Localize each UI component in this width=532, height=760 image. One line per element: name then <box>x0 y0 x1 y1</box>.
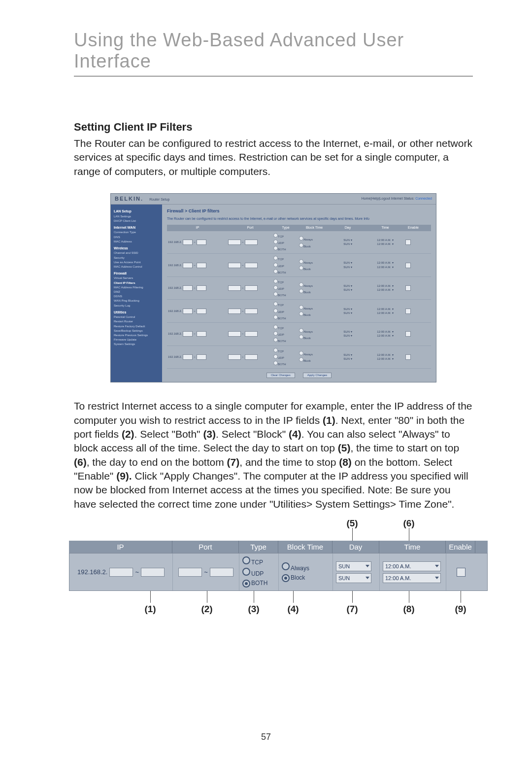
filter-rule-row: 192.168.2. ~ ~ TCPUDPBOTHAlwaysBlockSUN … <box>167 231 431 254</box>
time-cell: 12:00 A.M. 12:00 A.M. <box>380 553 446 590</box>
sidebar-item[interactable]: Security Log <box>114 304 159 308</box>
type-cell: TCP UDP BOTH <box>239 553 279 590</box>
sidebar-item[interactable]: Use as Access Point <box>114 261 159 264</box>
callout-3: (3) <box>248 604 259 615</box>
ip-cell: 192.168.2. ~ <box>69 553 173 590</box>
sidebar-item[interactable]: Client IP Filters <box>114 281 159 285</box>
day-cell: SUN SUN <box>333 553 380 590</box>
sidebar-item[interactable]: LAN Settings <box>114 215 159 218</box>
sidebar-item[interactable]: Firmware Update <box>114 338 159 342</box>
sidebar-heading: Firewall <box>114 272 159 276</box>
instruction-paragraph: To restrict Internet access to a single … <box>74 399 473 511</box>
panel-title: Firewall > Client IP filters <box>167 208 431 214</box>
callout-7: (7) <box>346 604 358 615</box>
section-heading: Setting Client IP Filters <box>74 121 473 134</box>
sidebar-item[interactable]: DDNS <box>114 295 159 298</box>
sidebar-item[interactable]: Restart Router <box>114 320 159 323</box>
sidebar-item[interactable]: Restore Previous Settings <box>114 334 159 337</box>
filter-rule-row: 192.168.2. ~ ~ TCPUDPBOTHAlwaysBlockSUN … <box>167 300 431 323</box>
port-end-input[interactable] <box>210 568 233 577</box>
blocktime-cell: Always Block <box>279 553 333 590</box>
ip-start-input[interactable] <box>109 568 133 577</box>
filter-rule-row: 192.168.2. ~ ~ TCPUDPBOTHAlwaysBlockSUN … <box>167 346 431 369</box>
sidebar-item[interactable]: MAC Address Filtering <box>114 286 159 289</box>
filter-rule-row: 192.168.2. ~ ~ TCPUDPBOTHAlwaysBlockSUN … <box>167 277 431 300</box>
sidebar-item[interactable]: Save/Backup Settings <box>114 329 159 333</box>
sidebar-item[interactable]: Virtual Servers <box>114 276 159 280</box>
callout-2: (2) <box>201 604 212 615</box>
sidebar-item[interactable]: Channel and SSID <box>114 251 159 255</box>
sidebar-item[interactable]: Security <box>114 256 159 260</box>
router-label: Router Setup <box>149 198 169 201</box>
callout-1: (1) <box>144 604 156 615</box>
annotated-row-figure: (5) (6) IP Port Type Block Time Day Time… <box>69 526 488 616</box>
closeup-header: IP Port Type Block Time Day Time Enable <box>69 541 488 553</box>
callout-9: (9) <box>455 604 466 615</box>
type-udp-radio[interactable] <box>242 568 250 576</box>
type-tcp-radio[interactable] <box>242 556 250 564</box>
filter-rule-row: 192.168.2. ~ ~ TCPUDPBOTHAlwaysBlockSUN … <box>167 323 431 346</box>
block-always-radio[interactable] <box>282 562 290 570</box>
callout-5: (5) <box>346 518 358 529</box>
main-pane: Firewall > Client IP filters The Router … <box>162 205 436 382</box>
filter-header-row: IP Port Type Block Time Day Time Enable <box>167 225 431 231</box>
sidebar-item[interactable]: Parental Control <box>114 315 159 319</box>
port-cell: ~ <box>173 553 239 590</box>
enable-cell <box>446 553 476 590</box>
sidebar-item[interactable]: DNS <box>114 236 159 239</box>
page-number: 57 <box>0 732 532 742</box>
page-banner: Using the Web-Based Advanced User Interf… <box>74 30 473 76</box>
callout-8: (8) <box>403 604 414 615</box>
day-start-select[interactable]: SUN <box>336 561 371 571</box>
intro-paragraph: The Router can be configured to restrict… <box>74 137 473 178</box>
sidebar-heading: Internet WAN <box>114 226 159 230</box>
sidebar-item[interactable]: DHCP Client List <box>114 219 159 223</box>
time-end-select[interactable]: 12:00 A.M. <box>383 573 441 583</box>
sidebar-heading: Wireless <box>114 246 159 250</box>
callout-6: (6) <box>403 518 414 529</box>
status-text: Home|Help|Logout Internet Status: Connec… <box>362 197 432 201</box>
sidebar-nav: LAN SetupLAN SettingsDHCP Client ListInt… <box>111 205 162 382</box>
type-both-radio[interactable] <box>242 580 250 587</box>
closeup-row: 192.168.2. ~ ~ TCP UDP BOTH Always Block… <box>69 553 488 591</box>
sidebar-item[interactable]: Connection Type <box>114 231 159 234</box>
router-screenshot: BELKIN. Router Setup Home|Help|Logout In… <box>74 193 473 382</box>
ip-end-input[interactable] <box>141 568 165 577</box>
sidebar-item[interactable]: Restore Factory Default <box>114 325 159 328</box>
sidebar-item[interactable]: DMZ <box>114 290 159 294</box>
sidebar-item[interactable]: System Settings <box>114 343 159 346</box>
panel-description: The Router can be configured to restrict… <box>167 217 431 221</box>
block-block-radio[interactable] <box>282 574 290 582</box>
day-end-select[interactable]: SUN <box>336 573 371 583</box>
enable-checkbox[interactable] <box>457 568 466 577</box>
apply-changes-button[interactable]: Apply Changes <box>303 373 332 378</box>
brand-logo: BELKIN. <box>115 196 143 202</box>
sidebar-item[interactable]: MAC Address <box>114 240 159 243</box>
filter-rule-row: 192.168.2. ~ ~ TCPUDPBOTHAlwaysBlockSUN … <box>167 254 431 277</box>
port-start-input[interactable] <box>178 568 202 577</box>
clear-changes-button[interactable]: Clear Changes <box>266 373 295 378</box>
sidebar-item[interactable]: WAN Ping Blocking <box>114 299 159 303</box>
sidebar-heading: LAN Setup <box>114 209 159 213</box>
time-start-select[interactable]: 12:00 A.M. <box>383 561 441 571</box>
sidebar-item[interactable]: MAC Address Control <box>114 265 159 269</box>
callout-4: (4) <box>287 604 299 615</box>
sidebar-heading: Utilities <box>114 311 159 314</box>
